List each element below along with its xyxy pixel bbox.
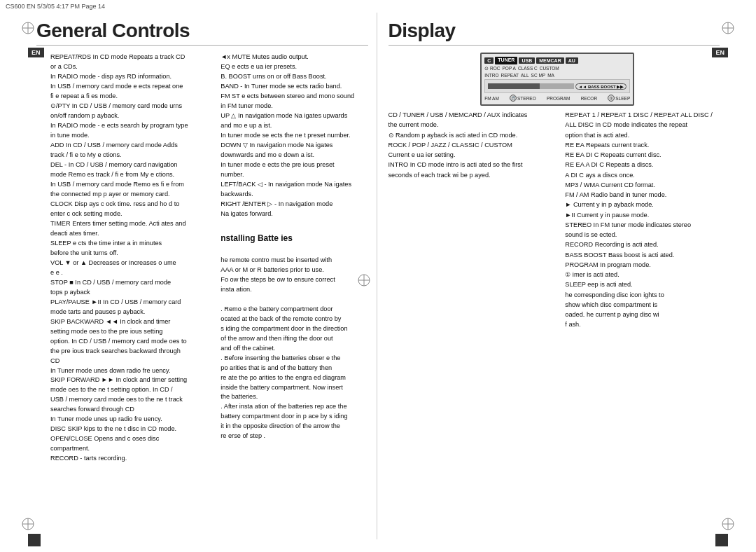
left-panel: EN General Controls REPEAT/RDS In CD mod… [28,13,377,539]
left-col2-line: s iding the compartment door in the dire… [220,324,368,334]
right-col2-line: sound is se ected. [565,230,720,240]
left-col1-line: PLAY/PAUSE ►II In CD / USB / memory card [50,298,212,308]
left-col2-line: DOWN ▽ In navigation mode Na igates [220,141,368,151]
left-col2-line: re ate the po arities to the engra ed di… [220,373,368,383]
top-bar: CS600 EN 5/3/05 4:17 PM Page 14 [0,0,756,13]
left-col2-line: . Remo e the battery compartment door [220,305,368,315]
left-col2-line: Fo ow the steps be ow to ensure correct [220,275,368,285]
left-col2-line [220,295,368,305]
left-col1-line: setting mode oes to the pre ious setting [50,327,212,337]
left-col1-line: USB / memory card mode oes to the ne t t… [50,395,212,405]
left-col2-line: number. [220,170,368,180]
left-col2-line: . After insta ation of the batteries rep… [220,402,368,412]
left-col2-line: EQ e ects e ua ier presets. [220,62,368,72]
lcd-circle-stereo: 🎵 [510,95,517,102]
left-col2: ◄x MUTE Mutes audio output.EQ e ects e u… [220,53,368,464]
corner-mark-right [715,534,728,546]
lcd-icon-all: ALL [521,73,529,78]
left-col1-line: REPEAT/RDS In CD mode Repeats a track CD [50,53,212,62]
right-section-title: Display [388,20,720,46]
left-col2-line: ocated at the back of the remote contro … [220,315,368,324]
right-col2-line: option that is acti ated. [565,130,720,140]
right-col2-line: ① imer is acti ated. [565,270,720,280]
left-col2-line: of the arrow and then ifting the door ou… [220,334,368,344]
en-badge-right: EN [712,48,728,57]
left-col1-line: DISC SKIP kips to the ne t disc in CD mo… [50,425,212,434]
en-badge-left: EN [28,48,44,57]
lcd-icon-class: CLASS C [518,66,538,71]
left-col2-line: ◄x MUTE Mutes audio output. [220,53,368,62]
lcd-tab-usb: USB [519,57,535,64]
left-col1-line: In RADIO mode - e ects search by program… [50,121,212,131]
top-bar-text: CS600 EN 5/3/05 4:17 PM Page 14 [6,3,105,10]
right-col2-line: SLEEP eep is acti ated. [565,280,720,289]
left-col1: REPEAT/RDS In CD mode Repeats a track CD… [50,53,212,464]
left-section-title: General Controls [36,20,368,46]
left-col1-line: In Tuner mode unes up radio fre uency. [50,415,212,425]
right-col2-line: oaded. he current p aying disc wi [565,310,720,319]
right-col2-line: ►II Current y in pause mode. [565,210,720,220]
left-col1-line: SKIP FORWARD ►► In clock and timer setti… [50,375,212,385]
left-col1-line: option. In CD / USB / memory card mode o… [50,337,212,347]
lcd-bottom-recor: RECOR [581,95,597,102]
left-col1-line: CLOCK Disp ays c ock time. ress and ho d… [50,200,212,209]
right-col2-line: f ash. [565,319,720,329]
left-col1-line: RECORD - tarts recording. [50,454,212,464]
left-col1-line: compartment. [50,444,212,454]
lcd-icon-roc: ⊙ ROC [484,66,500,71]
lcd-display: C TUNER USB MEMCAR AU ⊙ ROC POP A CLASS … [480,53,634,106]
right-col2-line: ALL DISC In CD mode indicates the repeat [565,120,720,130]
right-col2-line: RE EA DI C Repeats current disc. [565,150,720,160]
display-device: C TUNER USB MEMCAR AU ⊙ ROC POP A CLASS … [396,53,720,106]
right-col2-line: BASS BOOST Bass boost is acti ated. [565,250,720,260]
left-col1-line: on/off random p ayback. [50,111,212,121]
left-col1-line: deacti ates timer. [50,229,212,239]
left-col1-line: fi e repeat a fi es mode. [50,92,212,102]
bass-boost-label: ◄◄ BASS BOOST ▶▶ [575,83,626,90]
right-col2-line: show which disc compartment is [565,300,720,310]
right-col2: REPEAT 1 / REPEAT 1 DISC / REPEAT ALL DI… [565,110,720,333]
right-col2-line: RE EA Repeats current track. [565,140,720,150]
lcd-icon-pop: POP A [503,66,516,71]
right-col2-line: REPEAT 1 / REPEAT 1 DISC / REPEAT ALL DI… [565,110,720,120]
left-col2-line: it in the opposite direction of the arro… [220,422,368,432]
lcd-icon-ma: MA [547,73,554,78]
lcd-icons-row1: ⊙ ROC POP A CLASS C CUSTOM [484,66,630,71]
right-col2-line: MP3 / WMA Current CD format. [565,180,720,190]
right-col1-line: ROCK / POP / JAZZ / CLASSIC / CUSTOM [388,140,559,150]
lcd-bottom-program: PROGRAM [547,95,570,102]
left-col2-line: downwards and mo e down a ist. [220,151,368,160]
right-col2-line: RE EA A DI C Repeats a discs. [565,160,720,170]
left-col1-line: tops p ayback [50,288,212,298]
left-columns: REPEAT/RDS In CD mode Repeats a track CD… [50,53,368,464]
left-col1-line: in tune mode. [50,131,212,141]
right-col1-line: seconds of each track wi be p ayed. [388,170,559,180]
left-col2-line: inside the battery compartment. Now inse… [220,383,368,393]
left-col2-line: In tuner mode se ects the ne t preset nu… [220,131,368,141]
lcd-progress-bar [488,83,574,89]
left-col1-line: SLEEP e cts the time inter a in minutes [50,239,212,249]
left-col1-line: before the unit turns off. [50,249,212,258]
left-col2-line: the batteries. [220,392,368,402]
left-col1-line: VOL ▼ or ▲ Decreases or Increases o ume [50,258,212,268]
right-col2-line: ► Current y in p ayback mode. [565,200,720,209]
right-col1-line: CD / TUNER / USB / MEMCARD / AUX indicat… [388,110,559,120]
lcd-tab-tuner: TUNER [495,57,517,64]
left-col2-line: insta ation. [220,285,368,295]
left-col2-line: UP △ In navigation mode Na igates upward… [220,111,368,121]
lcd-bar-area: ◄◄ BASS BOOST ▶▶ [484,79,630,93]
right-col2-line: PROGRAM In program mode. [565,260,720,270]
left-col2-line: and off the cabinet. [220,344,368,354]
left-col1-line: mode oes to the ne t setting option. In … [50,385,212,395]
left-col1-line: enter c ock setting mode. [50,209,212,219]
left-col2-line: LEFT/BACK ◁ - In navigation mode Na igat… [220,180,368,190]
lcd-tabs-row: C TUNER USB MEMCAR AU [484,57,630,64]
batteries-title: nstalling Batte ies [220,232,368,244]
corner-mark-left [28,534,41,546]
left-col1-line: TIMER Enters timer setting mode. Acti at… [50,219,212,229]
right-col1: CD / TUNER / USB / MEMCARD / AUX indicat… [388,110,559,333]
lcd-icon-repeat: REPEAT [500,73,519,78]
left-col2-line: . Before inserting the batteries obser e… [220,354,368,364]
crosshair-center-top [357,273,371,287]
left-col2-line: In tuner mode e ects the pre ious preset [220,160,368,170]
